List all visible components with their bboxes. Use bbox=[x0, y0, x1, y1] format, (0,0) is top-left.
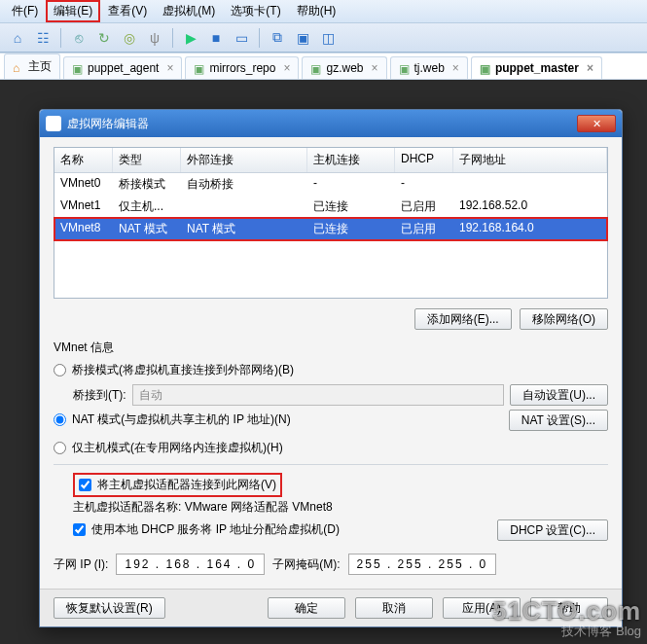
ok-button[interactable]: 确定 bbox=[268, 597, 345, 619]
cell: NAT 模式 bbox=[113, 218, 181, 240]
tab-puppet-agent[interactable]: ▣puppet_agent× bbox=[63, 56, 182, 79]
stop-icon[interactable]: ■ bbox=[206, 28, 226, 48]
radio-bridge[interactable] bbox=[54, 364, 66, 376]
sitemap-icon[interactable]: ☷ bbox=[33, 28, 53, 48]
play-icon[interactable]: ▶ bbox=[181, 28, 200, 48]
col-name[interactable]: 名称 bbox=[54, 148, 113, 172]
pause-icon[interactable]: ▭ bbox=[232, 28, 251, 48]
close-button[interactable]: ✕ bbox=[577, 115, 616, 132]
grid-row-vmnet0[interactable]: VMnet0 桥接模式 自动桥接 - - bbox=[54, 173, 607, 196]
dialog-titlebar: ⧉ 虚拟网络编辑器 ✕ bbox=[40, 110, 622, 137]
col-type[interactable]: 类型 bbox=[113, 148, 181, 172]
cancel-button[interactable]: 取消 bbox=[355, 597, 433, 619]
checkbox-connect-host-adapter[interactable] bbox=[79, 479, 91, 491]
dialog-body: 名称 类型 外部连接 主机连接 DHCP 子网地址 VMnet0 桥接模式 自动… bbox=[40, 137, 622, 589]
apply-button[interactable]: 应用(A) bbox=[443, 597, 521, 619]
radio-nat-label: NAT 模式(与虚拟机共享主机的 IP 地址)(N) bbox=[72, 411, 291, 428]
col-host[interactable]: 主机连接 bbox=[307, 148, 395, 172]
col-subnet[interactable]: 子网地址 bbox=[453, 148, 607, 172]
dialog-footer: 恢复默认设置(R) 确定 取消 应用(A) 帮助 bbox=[40, 589, 622, 626]
checkbox-connect-label: 将主机虚拟适配器连接到此网络(V) bbox=[97, 477, 276, 493]
tab-label: puppet_agent bbox=[88, 61, 159, 75]
remove-network-button[interactable]: 移除网络(O) bbox=[520, 308, 608, 330]
adapter-name-label: 主机虚拟适配器名称: VMware 网络适配器 VMnet8 bbox=[73, 499, 333, 516]
menu-tabs[interactable]: 选项卡(T) bbox=[223, 0, 288, 22]
menu-help[interactable]: 帮助(H) bbox=[289, 0, 344, 22]
tab-label: gz.web bbox=[326, 61, 363, 75]
vm-tab-icon: ▣ bbox=[72, 62, 84, 74]
tab-close-icon[interactable]: × bbox=[371, 61, 377, 75]
separator bbox=[60, 28, 61, 48]
tab-mirrors-repo[interactable]: ▣mirrors_repo× bbox=[185, 56, 299, 79]
tab-gz-web[interactable]: ▣gz.web× bbox=[302, 56, 386, 79]
menu-file[interactable]: 件(F) bbox=[4, 0, 46, 22]
nat-settings-button[interactable]: NAT 设置(S)... bbox=[509, 410, 608, 431]
separator bbox=[259, 28, 260, 48]
cell: 192.168.52.0 bbox=[453, 196, 607, 218]
tab-home[interactable]: ⌂主页 bbox=[4, 54, 60, 79]
cell: 自动桥接 bbox=[181, 173, 307, 196]
tab-tj-web[interactable]: ▣tj.web× bbox=[390, 56, 468, 79]
cell: 已连接 bbox=[307, 218, 395, 240]
cd-icon[interactable]: ◎ bbox=[120, 28, 139, 48]
unity-icon[interactable]: ◫ bbox=[318, 28, 338, 48]
checkbox-dhcp-label: 使用本地 DHCP 服务将 IP 地址分配给虚拟机(D) bbox=[91, 521, 340, 538]
radio-hostonly-label: 仅主机模式(在专用网络内连接虚拟机)(H) bbox=[72, 440, 283, 456]
home-icon[interactable]: ⌂ bbox=[8, 28, 27, 48]
cell: - bbox=[395, 173, 453, 196]
bridge-to-combo[interactable]: 自动 bbox=[132, 384, 505, 406]
tab-close-icon[interactable]: × bbox=[166, 61, 173, 75]
tab-puppet-master[interactable]: ▣puppet_master× bbox=[471, 56, 602, 79]
network-grid: 名称 类型 外部连接 主机连接 DHCP 子网地址 VMnet0 桥接模式 自动… bbox=[54, 147, 608, 299]
col-dhcp[interactable]: DHCP bbox=[395, 148, 453, 172]
tab-label: mirrors_repo bbox=[209, 61, 275, 75]
menubar: 件(F) 编辑(E) 查看(V) 虚拟机(M) 选项卡(T) 帮助(H) bbox=[0, 0, 647, 23]
usb-icon[interactable]: ψ bbox=[145, 28, 164, 48]
vm-tab-icon: ▣ bbox=[480, 62, 491, 74]
separator bbox=[172, 28, 173, 48]
cell: - bbox=[307, 173, 395, 196]
subnet-ip-field[interactable]: 192 . 168 . 164 . 0 bbox=[116, 554, 265, 575]
tab-close-icon[interactable]: × bbox=[587, 61, 593, 75]
cell: 已连接 bbox=[307, 196, 395, 218]
col-ext[interactable]: 外部连接 bbox=[181, 148, 307, 172]
snapshot-icon[interactable]: ⧉ bbox=[268, 28, 287, 48]
tab-label: puppet_master bbox=[495, 61, 579, 75]
vmnet-info-title: VMnet 信息 bbox=[54, 340, 608, 356]
vm-tab-icon: ▣ bbox=[399, 62, 411, 74]
dhcp-settings-button[interactable]: DHCP 设置(C)... bbox=[497, 519, 608, 541]
dialog-title: 虚拟网络编辑器 bbox=[67, 116, 577, 132]
refresh-icon[interactable]: ↻ bbox=[94, 28, 114, 48]
dialog-icon: ⧉ bbox=[46, 116, 61, 131]
auto-settings-button[interactable]: 自动设置(U)... bbox=[510, 384, 608, 406]
tab-close-icon[interactable]: × bbox=[452, 61, 459, 75]
home-tab-icon: ⌂ bbox=[13, 61, 24, 73]
fullscreen-icon[interactable]: ▣ bbox=[293, 28, 312, 48]
cell: 192.168.164.0 bbox=[453, 218, 607, 240]
add-network-button[interactable]: 添加网络(E)... bbox=[414, 308, 512, 330]
tab-label: tj.web bbox=[414, 61, 445, 75]
help-button[interactable]: 帮助 bbox=[530, 597, 608, 619]
menu-view[interactable]: 查看(V) bbox=[100, 0, 155, 22]
radio-nat[interactable] bbox=[54, 413, 66, 426]
cell bbox=[181, 196, 307, 218]
divider bbox=[54, 464, 608, 465]
grid-row-vmnet1[interactable]: VMnet1 仅主机... 已连接 已启用 192.168.52.0 bbox=[54, 196, 607, 218]
cell: 已启用 bbox=[395, 196, 453, 218]
tab-label: 主页 bbox=[28, 58, 52, 75]
subnet-mask-field[interactable]: 255 . 255 . 255 . 0 bbox=[348, 554, 497, 575]
grid-row-vmnet8[interactable]: VMnet8 NAT 模式 NAT 模式 已连接 已启用 192.168.164… bbox=[54, 218, 607, 240]
restore-defaults-button[interactable]: 恢复默认设置(R) bbox=[54, 597, 165, 619]
bridge-to-label: 桥接到(T): bbox=[73, 387, 126, 404]
tab-close-icon[interactable]: × bbox=[283, 61, 290, 75]
cell: NAT 模式 bbox=[181, 218, 307, 240]
toolbar: ⌂ ☷ ⎋ ↻ ◎ ψ ▶ ■ ▭ ⧉ ▣ ◫ bbox=[0, 23, 647, 53]
menu-edit[interactable]: 编辑(E) bbox=[46, 0, 100, 22]
menu-vm[interactable]: 虚拟机(M) bbox=[155, 0, 223, 22]
grid-header: 名称 类型 外部连接 主机连接 DHCP 子网地址 bbox=[54, 148, 607, 173]
virtual-network-editor-dialog: ⧉ 虚拟网络编辑器 ✕ 名称 类型 外部连接 主机连接 DHCP 子网地址 VM… bbox=[39, 109, 623, 627]
link-icon[interactable]: ⎋ bbox=[69, 28, 89, 48]
cell: 仅主机... bbox=[113, 196, 181, 218]
radio-hostonly[interactable] bbox=[54, 442, 66, 454]
checkbox-dhcp[interactable] bbox=[73, 523, 86, 536]
